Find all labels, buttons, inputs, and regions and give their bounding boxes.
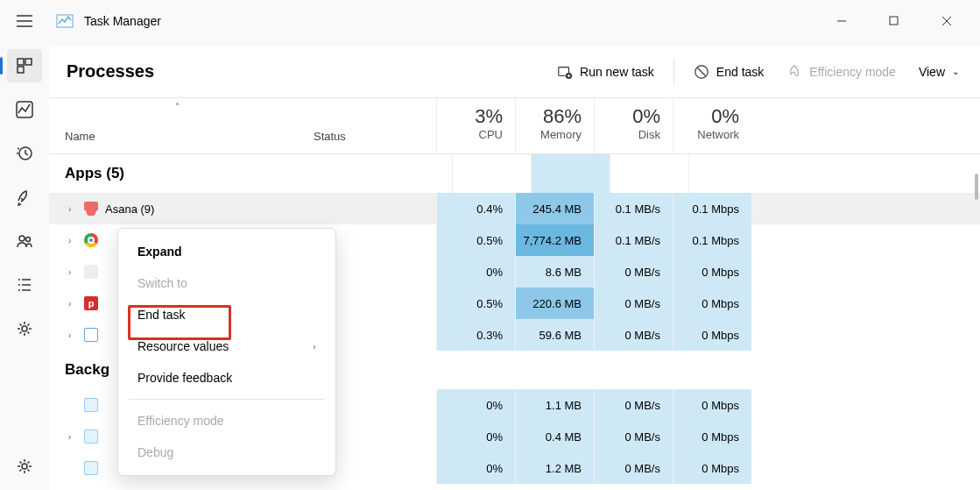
processes-icon <box>16 57 33 75</box>
memory-percent: 86% <box>516 105 582 128</box>
sidebar-details[interactable] <box>7 268 42 302</box>
network-cell: 0 Mbps <box>673 452 751 484</box>
disk-cell: 0.1 MB/s <box>594 193 673 224</box>
performance-icon <box>16 101 33 118</box>
context-resource-values-label: Resource values <box>137 339 229 353</box>
memory-cell: 220.6 MB <box>515 288 594 319</box>
context-end-task[interactable]: End task <box>118 299 335 330</box>
context-expand[interactable]: Expand <box>118 236 335 267</box>
sidebar-app-history[interactable] <box>7 137 42 170</box>
svg-point-9 <box>22 326 27 331</box>
expand-icon[interactable]: › <box>68 267 77 277</box>
minimize-button[interactable] <box>826 7 857 35</box>
close-icon <box>941 16 952 26</box>
cpu-percent: 3% <box>437 105 503 128</box>
memory-cell: 1.1 MB <box>515 389 594 421</box>
group-background-label: Backg <box>65 361 109 379</box>
context-debug-label: Debug <box>137 445 173 459</box>
context-menu: Expand Switch to End task Resource value… <box>117 228 336 476</box>
run-new-task-label: Run new task <box>580 65 654 79</box>
column-status[interactable]: Status <box>305 98 436 153</box>
disk-label: Disk <box>595 128 660 141</box>
network-cell: 0.1 Mbps <box>673 193 751 224</box>
svg-point-8 <box>26 238 31 242</box>
sidebar-settings[interactable] <box>7 450 42 483</box>
details-icon <box>16 276 33 294</box>
memory-cell: 0.4 MB <box>515 421 594 452</box>
column-memory[interactable]: 86% Memory <box>515 98 594 153</box>
end-task-label: End task <box>716 65 764 79</box>
sidebar-users[interactable] <box>7 224 42 258</box>
expand-icon[interactable]: › <box>68 432 77 442</box>
hamburger-menu-button[interactable] <box>7 4 42 39</box>
column-cpu[interactable]: 3% CPU <box>436 98 515 153</box>
expand-icon[interactable]: › <box>68 204 77 214</box>
expand-icon[interactable]: › <box>68 236 77 245</box>
run-new-task-button[interactable]: Run new task <box>553 59 658 85</box>
minimize-icon <box>836 16 847 26</box>
table-header: ˄ Name Status 3% CPU 86% Memory 0% Disk … <box>49 98 980 154</box>
context-end-task-label: End task <box>137 308 185 322</box>
context-provide-feedback[interactable]: Provide feedback <box>118 362 335 394</box>
disk-cell: 0 MB/s <box>594 319 673 351</box>
svg-point-10 <box>22 464 27 469</box>
cpu-label: CPU <box>437 128 503 141</box>
end-task-icon <box>694 64 709 80</box>
process-row[interactable]: ›Asana (9) 0.4% 245.4 MB 0.1 MB/s 0.1 Mb… <box>49 193 980 224</box>
disk-cell: 0 MB/s <box>594 389 673 421</box>
view-button[interactable]: View ⌄ <box>915 60 962 84</box>
chevron-right-icon: › <box>313 341 316 352</box>
network-label: Network <box>673 128 739 141</box>
asana-icon <box>84 202 98 216</box>
memory-cell: 245.4 MB <box>515 193 594 224</box>
column-name[interactable]: ˄ Name <box>49 98 305 153</box>
process-name: Asana (9) <box>105 202 154 216</box>
hamburger-icon <box>17 15 32 27</box>
title-bar: Task Manager <box>0 0 980 42</box>
svg-rect-3 <box>25 59 32 65</box>
column-network[interactable]: 0% Network <box>673 98 751 153</box>
cpu-cell: 0.5% <box>436 288 515 319</box>
network-cell: 0 Mbps <box>673 421 751 452</box>
task-manager-icon <box>84 328 98 342</box>
expand-icon[interactable]: › <box>68 299 77 309</box>
context-efficiency-mode: Efficiency mode <box>118 405 335 437</box>
column-status-label: Status <box>314 130 346 143</box>
network-cell: 0 Mbps <box>673 256 751 288</box>
context-debug: Debug <box>118 437 335 468</box>
efficiency-icon <box>786 64 802 80</box>
group-apps[interactable]: Apps (5) <box>49 154 980 193</box>
disk-cell: 0 MB/s <box>594 288 673 319</box>
cpu-cell: 0.4% <box>436 193 515 224</box>
cpu-cell: 0% <box>436 256 515 288</box>
sidebar-startup[interactable] <box>7 181 42 214</box>
context-separator <box>129 399 325 400</box>
scrollbar-thumb[interactable] <box>975 174 978 200</box>
svg-point-7 <box>19 236 25 241</box>
expand-icon[interactable]: › <box>68 330 77 340</box>
end-task-button[interactable]: End task <box>690 59 767 85</box>
memory-cell: 59.6 MB <box>515 319 594 351</box>
context-expand-label: Expand <box>137 245 182 259</box>
cpu-cell: 0% <box>436 452 515 484</box>
context-switch-to: Switch to <box>118 267 335 299</box>
svg-rect-4 <box>18 67 24 73</box>
close-button[interactable] <box>931 7 962 35</box>
maximize-icon <box>889 16 899 26</box>
cpu-cell: 0% <box>436 421 515 452</box>
context-resource-values[interactable]: Resource values› <box>118 330 335 362</box>
sidebar-processes[interactable] <box>7 49 42 82</box>
sidebar <box>0 42 49 490</box>
cpu-cell: 0.3% <box>436 319 515 351</box>
view-label: View <box>919 65 945 79</box>
network-cell: 0 Mbps <box>673 319 751 351</box>
context-efficiency-mode-label: Efficiency mode <box>137 414 224 428</box>
column-disk[interactable]: 0% Disk <box>594 98 673 153</box>
memory-label: Memory <box>516 128 582 141</box>
efficiency-mode-button[interactable]: Efficiency mode <box>783 59 899 85</box>
column-name-label: Name <box>65 130 289 143</box>
sidebar-services[interactable] <box>7 312 42 345</box>
maximize-button[interactable] <box>878 7 910 35</box>
cpu-cell: 0% <box>436 389 515 421</box>
sidebar-performance[interactable] <box>7 93 42 126</box>
